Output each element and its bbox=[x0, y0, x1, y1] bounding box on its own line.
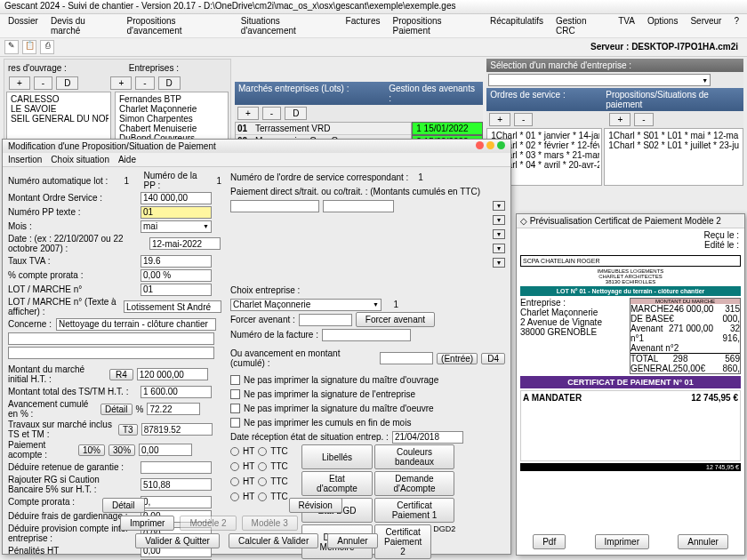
detail-button[interactable]: Détail bbox=[100, 404, 133, 415]
menu-insertion[interactable]: Insertion bbox=[8, 155, 42, 164]
ouvrage-list[interactable]: CARLESSO LE SAVOIE SEIL GENERAL DU NORD bbox=[6, 92, 111, 146]
forcer-avenant-input[interactable] bbox=[299, 314, 352, 326]
pa10-button[interactable]: 10% bbox=[78, 444, 105, 456]
marche-selector[interactable] bbox=[488, 74, 711, 86]
pd-val-1[interactable] bbox=[323, 200, 394, 212]
dup-lot-button[interactable]: D bbox=[285, 107, 307, 120]
toolbar-icon-3[interactable]: ⎙ bbox=[40, 40, 54, 54]
menu-dossier[interactable]: Dossier bbox=[4, 15, 42, 36]
pd-input-1[interactable] bbox=[230, 200, 319, 212]
chevron-down-icon[interactable]: ▾ bbox=[493, 215, 505, 225]
dup-ouvrage-button[interactable]: D bbox=[56, 76, 78, 90]
chevron-down-icon[interactable]: ▾ bbox=[493, 244, 505, 253]
radio-ttc[interactable] bbox=[258, 477, 267, 486]
avenant-cell[interactable]: 1 15/01/2022 bbox=[412, 122, 483, 135]
demande-acompte-button[interactable]: Demande d'Acompte bbox=[374, 471, 454, 496]
menu-help[interactable]: ? bbox=[730, 15, 743, 36]
paiement-acompte-input[interactable] bbox=[139, 444, 192, 456]
imprimer-button[interactable]: Imprimer bbox=[120, 516, 174, 531]
dialog-titlebar[interactable]: Modification d'une Proposition/Situation… bbox=[3, 140, 510, 153]
dup-entreprise-button[interactable]: D bbox=[158, 76, 181, 90]
pa30-button[interactable]: 30% bbox=[108, 444, 135, 456]
add-ouvrage-button[interactable]: + bbox=[9, 76, 30, 90]
chevron-down-icon[interactable]: ▾ bbox=[493, 258, 505, 268]
preview-pdf-button[interactable]: Pdf bbox=[533, 534, 566, 549]
calculer-valider-button[interactable]: Calculer & Valider bbox=[229, 533, 318, 548]
date-input[interactable] bbox=[149, 237, 221, 250]
concerne-input-3[interactable] bbox=[8, 347, 214, 359]
del-os-button[interactable]: - bbox=[514, 113, 533, 126]
close-icon[interactable] bbox=[476, 141, 484, 149]
taux-tva-input[interactable] bbox=[141, 255, 212, 268]
list-item[interactable]: Charlet Maçonnerie bbox=[117, 104, 226, 114]
preview-titlebar[interactable]: ◇ Prévisualisation Certificat de Paiemen… bbox=[517, 214, 744, 228]
d4-button[interactable]: D4 bbox=[481, 353, 505, 364]
deduire-retenue-input[interactable] bbox=[141, 461, 212, 474]
ou-avancement-input[interactable] bbox=[380, 352, 433, 364]
mois-combo[interactable]: mai bbox=[141, 220, 212, 233]
couleurs-button[interactable]: Couleurs bandeaux bbox=[374, 444, 454, 469]
checkbox-sig-moe[interactable] bbox=[230, 404, 240, 413]
del-prop-button[interactable]: - bbox=[634, 113, 653, 126]
checkbox-cumuls[interactable] bbox=[230, 418, 240, 428]
menu-recap[interactable]: Récapitulatifs bbox=[486, 15, 547, 36]
concerne-input-2[interactable] bbox=[8, 332, 214, 345]
menu-aide[interactable]: Aide bbox=[118, 155, 136, 164]
num-facture-input[interactable] bbox=[322, 329, 411, 341]
entree-button[interactable]: (Entrée) bbox=[437, 353, 478, 364]
add-lot-button[interactable]: + bbox=[237, 107, 259, 120]
checkbox-sig-ent[interactable] bbox=[230, 389, 240, 399]
t3-button[interactable]: T3 bbox=[118, 424, 138, 436]
propositions-list[interactable]: 1Charl * S01 * L01 * mai * 12-ma 1Charl … bbox=[604, 128, 743, 186]
list-item[interactable]: SEIL GENERAL DU NORD bbox=[9, 114, 108, 124]
montant-ts-input[interactable] bbox=[141, 386, 212, 398]
rajouter-rg-input[interactable] bbox=[141, 478, 212, 491]
list-item[interactable]: Fernandes BTP bbox=[117, 94, 226, 104]
radio-ht[interactable] bbox=[230, 462, 239, 471]
radio-ht[interactable] bbox=[230, 477, 239, 486]
montant-initial-input[interactable] bbox=[137, 368, 208, 380]
menu-crc[interactable]: Gestion CRC bbox=[552, 15, 609, 36]
list-item[interactable]: Chabert Menuiserie bbox=[117, 124, 226, 133]
montant-os-input[interactable] bbox=[141, 192, 212, 204]
list-item[interactable]: 1Charl * S02 * L01 * juillet * 23-ju bbox=[606, 140, 741, 150]
add-entreprise-button[interactable]: + bbox=[110, 76, 132, 90]
list-item[interactable]: Simon Charpentes bbox=[117, 114, 226, 124]
list-item[interactable]: LE SAVOIE bbox=[9, 104, 108, 114]
num-pp-texte-input[interactable] bbox=[141, 206, 212, 219]
lot-row[interactable]: 01Terrassement VRD bbox=[236, 123, 411, 135]
revision-button[interactable]: Révision bbox=[289, 498, 342, 513]
chevron-down-icon[interactable]: ▾ bbox=[493, 229, 505, 239]
avancement-input[interactable] bbox=[147, 403, 200, 415]
preview-imprimer-button[interactable]: Imprimer bbox=[595, 534, 649, 549]
menu-prop-paiement[interactable]: Propositions Paiement bbox=[389, 15, 481, 36]
compte-prorata-input[interactable] bbox=[141, 269, 212, 282]
minimize-icon[interactable] bbox=[486, 141, 494, 149]
menu-choix-situation[interactable]: Choix situation bbox=[51, 155, 109, 164]
list-item[interactable]: CARLESSO bbox=[9, 94, 108, 104]
concerne-input[interactable] bbox=[56, 318, 216, 331]
menu-devis[interactable]: Devis du marché bbox=[47, 15, 118, 36]
add-os-button[interactable]: + bbox=[489, 113, 510, 126]
travaux-input[interactable] bbox=[141, 423, 213, 436]
radio-ht[interactable] bbox=[230, 447, 239, 456]
maximize-icon[interactable] bbox=[497, 141, 505, 149]
libelles-button[interactable]: Libellés bbox=[301, 444, 373, 469]
menu-factures[interactable]: Factures bbox=[342, 15, 384, 36]
menu-prop-avancement[interactable]: Propositions d'avancement bbox=[124, 15, 232, 36]
etat-acompte-button[interactable]: Etat d'acompte bbox=[301, 471, 373, 496]
chevron-down-icon[interactable]: ▾ bbox=[493, 201, 505, 211]
choix-ent-combo[interactable]: Charlet Maçonnerie bbox=[230, 299, 382, 311]
menu-options[interactable]: Options bbox=[644, 15, 681, 36]
menu-tva[interactable]: TVA bbox=[614, 15, 639, 36]
menu-situations[interactable]: Situations d'avancement bbox=[237, 15, 337, 36]
del-ouvrage-button[interactable]: - bbox=[34, 76, 52, 90]
r4-button[interactable]: R4 bbox=[109, 369, 133, 380]
date-reception-input[interactable] bbox=[392, 431, 463, 444]
add-prop-button[interactable]: + bbox=[609, 113, 631, 126]
valider-quitter-button[interactable]: Valider & Quitter bbox=[135, 533, 220, 548]
list-item[interactable]: 1Charl * S01 * L01 * mai * 12-ma bbox=[606, 131, 741, 140]
detail-bottom-button[interactable]: Détail bbox=[102, 498, 145, 513]
del-entreprise-button[interactable]: - bbox=[135, 76, 154, 90]
radio-ttc[interactable] bbox=[258, 447, 267, 456]
